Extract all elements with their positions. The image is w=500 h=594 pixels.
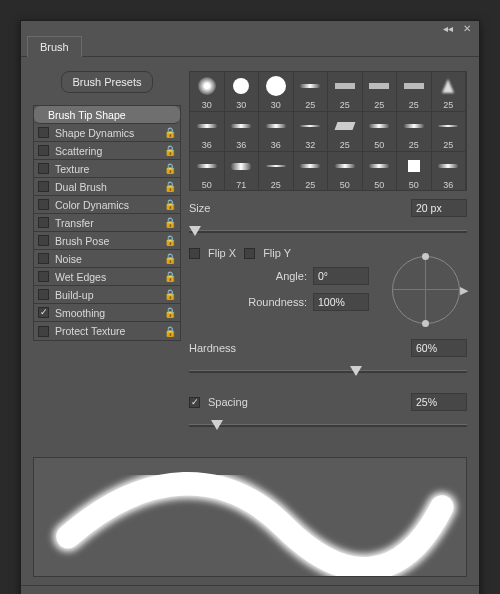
roundness-input[interactable]: 100%	[313, 293, 369, 311]
brush-options-list: Brush Tip ShapeShape Dynamics🔒Scattering…	[33, 105, 181, 341]
tab-strip: Brush	[21, 35, 479, 57]
spacing-checkbox[interactable]	[189, 397, 200, 408]
option-texture[interactable]: Texture🔒	[34, 160, 180, 178]
brush-thumb-size: 25	[443, 100, 453, 111]
lock-icon[interactable]: 🔒	[164, 326, 176, 337]
option-wet-edges[interactable]: Wet Edges🔒	[34, 268, 180, 286]
flip-x-checkbox[interactable]	[189, 248, 200, 259]
lock-icon[interactable]: 🔒	[164, 145, 176, 156]
brush-thumb[interactable]: 50	[397, 152, 432, 191]
lock-icon[interactable]: 🔒	[164, 199, 176, 210]
brush-thumb[interactable]: 50	[190, 152, 225, 191]
lock-icon[interactable]: 🔒	[164, 307, 176, 318]
brush-thumb[interactable]: 25	[397, 112, 432, 152]
option-build-up[interactable]: Build-up🔒	[34, 286, 180, 304]
brush-thumb[interactable]: 25	[432, 72, 467, 112]
option-label: Dual Brush	[55, 181, 158, 193]
brush-thumb[interactable]: 25	[432, 112, 467, 152]
close-icon[interactable]: ✕	[463, 23, 471, 34]
option-label: Color Dynamics	[55, 199, 158, 211]
collapse-icon[interactable]: ◂◂	[443, 23, 453, 34]
brush-thumb-size: 50	[374, 140, 384, 151]
hardness-slider[interactable]	[189, 365, 467, 379]
brush-thumb[interactable]: 36	[259, 112, 294, 152]
lock-icon[interactable]: 🔒	[164, 271, 176, 282]
option-checkbox[interactable]	[38, 289, 49, 300]
option-brush-pose[interactable]: Brush Pose🔒	[34, 232, 180, 250]
option-checkbox[interactable]	[38, 199, 49, 210]
option-checkbox[interactable]	[38, 127, 49, 138]
lock-icon[interactable]: 🔒	[164, 127, 176, 138]
brush-thumb-size: 25	[305, 180, 315, 191]
option-scattering[interactable]: Scattering🔒	[34, 142, 180, 160]
tab-brush[interactable]: Brush	[27, 36, 82, 57]
brush-thumb-size: 32	[305, 140, 315, 151]
brush-thumbnail-grid[interactable]: 3030302525252525363636322550252550712525…	[189, 71, 467, 191]
size-label: Size	[189, 202, 210, 214]
brush-thumb[interactable]: 25	[294, 152, 329, 191]
option-checkbox[interactable]	[38, 307, 49, 318]
size-input[interactable]: 20 px	[411, 199, 467, 217]
brush-thumb[interactable]: 36	[432, 152, 467, 191]
lock-icon[interactable]: 🔒	[164, 181, 176, 192]
option-shape-dynamics[interactable]: Shape Dynamics🔒	[34, 124, 180, 142]
brush-thumb[interactable]: 25	[328, 112, 363, 152]
option-checkbox[interactable]	[38, 253, 49, 264]
option-checkbox[interactable]	[38, 326, 49, 337]
brush-thumb[interactable]: 30	[225, 72, 260, 112]
brush-thumb[interactable]: 25	[328, 72, 363, 112]
brush-panel: ◂◂ ✕ Brush Brush Presets Brush Tip Shape…	[20, 20, 480, 594]
brush-thumb[interactable]: 25	[363, 72, 398, 112]
option-protect-texture[interactable]: Protect Texture🔒	[34, 322, 180, 340]
hardness-input[interactable]: 60%	[411, 339, 467, 357]
roundness-label: Roundness:	[237, 296, 307, 308]
brush-thumb-size: 30	[236, 100, 246, 111]
option-label: Smoothing	[55, 307, 158, 319]
brush-thumb[interactable]: 32	[294, 112, 329, 152]
brush-thumb[interactable]: 25	[259, 152, 294, 191]
option-label: Build-up	[55, 289, 158, 301]
option-label: Brush Tip Shape	[48, 109, 176, 121]
brush-thumb[interactable]: 50	[363, 112, 398, 152]
flip-y-checkbox[interactable]	[244, 248, 255, 259]
spacing-input[interactable]: 25%	[411, 393, 467, 411]
option-smoothing[interactable]: Smoothing🔒	[34, 304, 180, 322]
option-checkbox[interactable]	[38, 217, 49, 228]
option-checkbox[interactable]	[38, 181, 49, 192]
brush-presets-button[interactable]: Brush Presets	[61, 71, 152, 93]
option-checkbox[interactable]	[38, 145, 49, 156]
option-dual-brush[interactable]: Dual Brush🔒	[34, 178, 180, 196]
option-checkbox[interactable]	[38, 163, 49, 174]
option-color-dynamics[interactable]: Color Dynamics🔒	[34, 196, 180, 214]
option-transfer[interactable]: Transfer🔒	[34, 214, 180, 232]
option-checkbox[interactable]	[38, 271, 49, 282]
lock-icon[interactable]: 🔒	[164, 253, 176, 264]
panel-footer: ◡͜ ▦ ❐	[21, 585, 479, 594]
brush-thumb[interactable]: 71	[225, 152, 260, 191]
brush-thumb[interactable]: 25	[397, 72, 432, 112]
angle-dial[interactable]: ▶	[383, 247, 467, 331]
brush-thumb-size: 50	[202, 180, 212, 191]
option-checkbox[interactable]	[38, 235, 49, 246]
flip-x-label: Flip X	[208, 247, 236, 259]
brush-thumb-size: 36	[202, 140, 212, 151]
brush-thumb[interactable]: 36	[225, 112, 260, 152]
lock-icon[interactable]: 🔒	[164, 235, 176, 246]
brush-thumb[interactable]: 30	[190, 72, 225, 112]
brush-thumb[interactable]: 30	[259, 72, 294, 112]
lock-icon[interactable]: 🔒	[164, 163, 176, 174]
brush-thumb[interactable]: 50	[328, 152, 363, 191]
panel-topbar: ◂◂ ✕	[21, 21, 479, 35]
size-slider[interactable]	[189, 225, 467, 239]
lock-icon[interactable]: 🔒	[164, 289, 176, 300]
option-brush-tip-shape[interactable]: Brush Tip Shape	[34, 106, 180, 124]
option-noise[interactable]: Noise🔒	[34, 250, 180, 268]
brush-thumb[interactable]: 36	[190, 112, 225, 152]
brush-thumb[interactable]: 25	[294, 72, 329, 112]
angle-input[interactable]: 0°	[313, 267, 369, 285]
option-label: Texture	[55, 163, 158, 175]
brush-thumb[interactable]: 50	[363, 152, 398, 191]
left-column: Brush Presets Brush Tip ShapeShape Dynam…	[33, 71, 181, 433]
lock-icon[interactable]: 🔒	[164, 217, 176, 228]
spacing-slider[interactable]	[189, 419, 467, 433]
